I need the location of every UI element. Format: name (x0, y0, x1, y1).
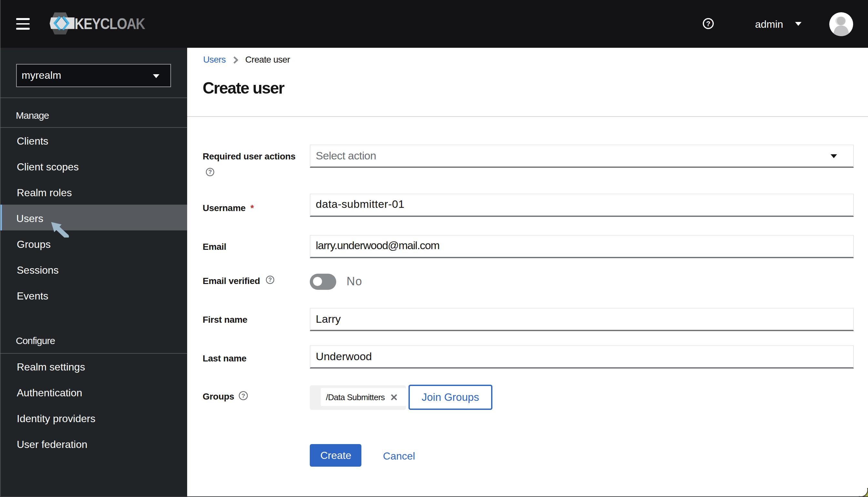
svg-text:?: ? (208, 169, 212, 175)
svg-text:KEYCLOAK: KEYCLOAK (74, 15, 145, 32)
svg-text:?: ? (268, 276, 272, 283)
svg-text:?: ? (706, 20, 710, 28)
svg-text:?: ? (241, 393, 245, 399)
